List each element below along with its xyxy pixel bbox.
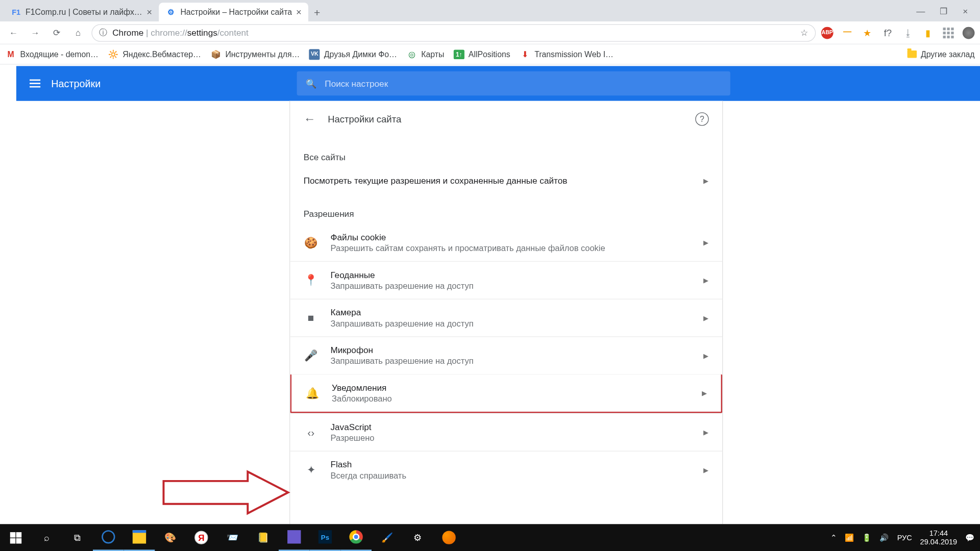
taskbar-photoshop[interactable]: Ps (310, 524, 341, 551)
code-icon: ‹› (304, 426, 318, 438)
chevron-right-icon: ▶ (703, 177, 709, 185)
language-indicator[interactable]: РУС (897, 534, 912, 542)
bookmark-star-icon[interactable]: ★ (862, 27, 874, 39)
star-icon[interactable]: ☆ (800, 28, 808, 38)
close-tab-icon[interactable]: × (146, 8, 152, 17)
row-flash[interactable]: ✦ FlashВсегда спрашивать ▶ (290, 451, 722, 489)
settings-header: Настройки 🔍 (16, 66, 980, 101)
tab-settings[interactable]: ⚙ Настройки – Настройки сайта × (159, 3, 308, 21)
taskbar-chrome[interactable] (340, 524, 372, 551)
start-button[interactable] (0, 524, 31, 551)
taskview-button[interactable]: ⧉ (62, 524, 93, 551)
chevron-right-icon: ▶ (703, 239, 709, 246)
reload-button[interactable]: ⟳ (48, 24, 65, 41)
address-bar[interactable]: ⓘ Chrome | chrome://settings/content ☆ (91, 24, 816, 41)
close-tab-icon[interactable]: × (296, 8, 302, 17)
chevron-right-icon: ▶ (703, 466, 709, 474)
volume-icon[interactable]: 🔊 (879, 533, 889, 542)
settings-search-input[interactable] (325, 79, 720, 89)
tray-expand-icon[interactable]: ⌃ (830, 533, 837, 542)
camera-icon: ■ (304, 312, 318, 324)
row-camera[interactable]: ■ КамераЗапрашивать разрешение на доступ… (290, 299, 722, 337)
forward-button[interactable]: → (27, 24, 43, 41)
browser-toolbar: ← → ⟳ ⌂ ⓘ Chrome | chrome://settings/con… (0, 21, 980, 44)
abp-icon[interactable]: ABP (821, 27, 834, 39)
settings-viewport: Настройки 🔍 ← Настройки сайта ? Все сайт… (16, 66, 980, 524)
search-button[interactable]: ⌕ (31, 524, 62, 551)
close-window-icon[interactable]: × (963, 6, 968, 16)
puzzle-icon: ✦ (304, 464, 318, 477)
settings-card: ← Настройки сайта ? Все сайты Посмотреть… (289, 101, 723, 524)
rss-icon[interactable]: 𝍠 (841, 27, 853, 39)
row-cookies[interactable]: 🍪 Файлы cookieРазрешить сайтам сохранять… (290, 224, 722, 261)
bookmark-yandex[interactable]: 🔆Яндекс.Вебмастер… (108, 49, 201, 60)
back-arrow-icon[interactable]: ← (304, 112, 316, 127)
search-icon: 🔍 (306, 79, 316, 89)
taskbar-edge[interactable] (93, 524, 124, 551)
clock[interactable]: 17:44 29.04.2019 (920, 529, 958, 546)
firebug-icon[interactable]: f? (881, 27, 894, 39)
extensions-area: ABP 𝍠 ★ f? ⭳ ▮ (821, 27, 975, 39)
bookmark-allpositions[interactable]: 1↑AllPositions (454, 49, 510, 59)
taskbar-app-brush[interactable]: 🖌️ (372, 524, 403, 551)
bookmark-transmission[interactable]: ⬇Transmission Web I… (520, 49, 614, 60)
row-microphone[interactable]: 🎤 МикрофонЗапрашивать разрешение на дост… (290, 336, 722, 374)
home-button[interactable]: ⌂ (70, 24, 86, 41)
row-javascript[interactable]: ‹› JavaScriptРазрешено ▶ (290, 413, 722, 451)
taskbar-explorer[interactable] (124, 524, 155, 551)
chevron-right-icon: ▶ (703, 277, 709, 284)
chevron-right-icon: ▶ (703, 429, 709, 436)
help-icon[interactable]: ? (695, 112, 708, 126)
section-permissions: Разрешения (290, 194, 722, 224)
other-bookmarks[interactable]: Другие заклад (908, 49, 975, 59)
apps-icon[interactable] (942, 27, 954, 39)
window-controls: — ❐ × (904, 0, 980, 21)
tab-title: Настройки – Настройки сайта (180, 8, 292, 17)
new-tab-button[interactable]: + (308, 4, 326, 21)
folder-icon (908, 51, 917, 58)
cookie-icon: 🍪 (304, 236, 318, 249)
site-info-icon[interactable]: ⓘ (99, 27, 107, 38)
microphone-icon: 🎤 (304, 349, 318, 362)
card-head: ← Настройки сайта ? (290, 101, 722, 137)
chevron-right-icon: ▶ (703, 314, 709, 322)
bookmarks-bar: MВходящие - demon… 🔆Яндекс.Вебмастер… 📦И… (0, 44, 980, 65)
taskbar-firefox[interactable] (433, 524, 464, 551)
battery-icon[interactable]: 🔋 (862, 533, 871, 542)
download-icon[interactable]: ⭳ (902, 27, 914, 39)
windows-taskbar: ⌕ ⧉ 🎨 Я 📨 📒 Ps 🖌️ ⚙ ⌃ 📶 🔋 🔊 РУС 17:44 29… (0, 524, 980, 551)
menu-icon[interactable] (30, 80, 40, 88)
bookmark-maps[interactable]: ◎Карты (406, 49, 444, 60)
bookmark-gmail[interactable]: MВходящие - demon… (6, 49, 99, 60)
row-view-permissions[interactable]: Посмотреть текущие разрешения и сохранен… (290, 167, 722, 193)
bookmark-tools[interactable]: 📦Инструменты для… (210, 49, 300, 60)
taskbar-app-note[interactable]: 📒 (248, 524, 279, 551)
url-text: Chrome | chrome://settings/content (112, 28, 249, 38)
readlater-icon[interactable]: ▮ (922, 27, 935, 39)
settings-search[interactable]: 🔍 (297, 71, 730, 95)
page-title: Настройки сайта (328, 114, 683, 124)
taskbar-app-engine[interactable]: ⚙ (403, 524, 434, 551)
section-all-sites: Все сайты (290, 137, 722, 167)
back-button[interactable]: ← (6, 24, 22, 41)
row-location[interactable]: 📍 ГеоданныеЗапрашивать разрешение на дос… (290, 261, 722, 299)
tab-f1comp[interactable]: F1 F1Comp.ru | Советы и лайфхаки × (4, 3, 159, 21)
action-center-icon[interactable]: 💬 (965, 533, 974, 542)
taskbar-app-paint[interactable]: 🎨 (155, 524, 186, 551)
chevron-right-icon: ▶ (702, 390, 707, 397)
system-tray: ⌃ 📶 🔋 🔊 РУС 17:44 29.04.2019 💬 (825, 529, 980, 546)
row-notifications[interactable]: 🔔 УведомленияЗаблокировано ▶ (290, 374, 722, 413)
favicon-f1: F1 (11, 7, 21, 17)
tab-title: F1Comp.ru | Советы и лайфхаки (26, 8, 142, 17)
chevron-right-icon: ▶ (703, 352, 709, 360)
wifi-icon[interactable]: 📶 (845, 533, 854, 542)
browser-tabstrip: F1 F1Comp.ru | Советы и лайфхаки × ⚙ Нас… (0, 0, 980, 21)
maximize-icon[interactable]: ❐ (940, 6, 948, 16)
settings-app-title: Настройки (51, 78, 101, 89)
taskbar-app-video[interactable] (279, 524, 310, 551)
profile-avatar[interactable] (963, 27, 975, 39)
taskbar-app-msg[interactable]: 📨 (217, 524, 248, 551)
minimize-icon[interactable]: — (916, 6, 925, 16)
bookmark-vk[interactable]: VKДрузья Димки Фо… (309, 49, 397, 60)
taskbar-yandex[interactable]: Я (186, 524, 217, 551)
